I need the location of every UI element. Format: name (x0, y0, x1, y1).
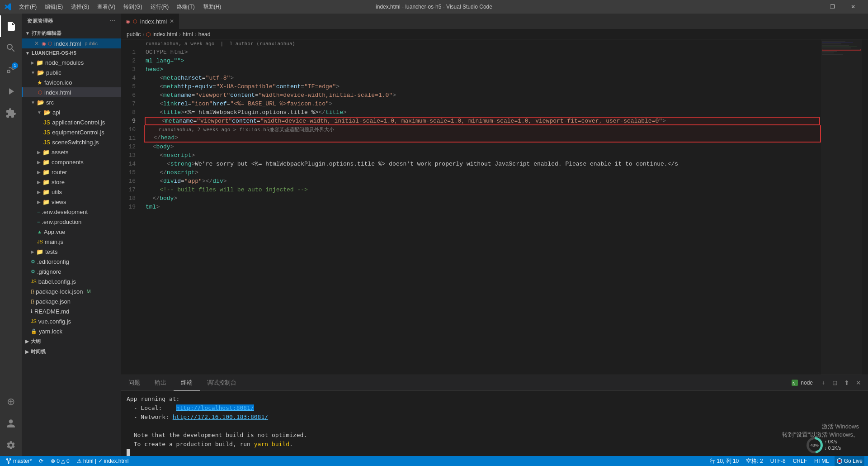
code-line-3[interactable]: head> (144, 65, 821, 74)
folder-tests[interactable]: ▶ 📁 tests (22, 247, 121, 257)
localhost-link[interactable]: http://localhost:8081/ (176, 404, 254, 411)
code-line-19[interactable] (144, 211, 821, 220)
folder-store[interactable]: ▶ 📁 store (22, 177, 121, 187)
file-vueconfig[interactable]: JS vue.config.js (22, 316, 121, 326)
git-branch-status[interactable]: master* (4, 456, 33, 466)
minimize-button[interactable]: — (801, 0, 822, 14)
menu-view[interactable]: 查看(V) (94, 1, 119, 13)
code-line-11[interactable]: <body> (144, 143, 821, 151)
close-button[interactable]: ✕ (843, 0, 863, 14)
breadcrumb-html[interactable]: html (183, 31, 193, 38)
folder-public[interactable]: ▼ 📂 public (22, 67, 121, 77)
file-favicon[interactable]: ★ favicon.ico (22, 77, 121, 87)
sync-status[interactable]: ⟳ (37, 456, 45, 466)
settings-activity-icon[interactable] (0, 434, 22, 456)
code-line-18[interactable]: tml> (144, 203, 821, 211)
code-line-10[interactable]: </head> (144, 134, 821, 143)
close-panel-button[interactable]: ✕ (854, 378, 863, 388)
menu-run[interactable]: 运行(R) (147, 1, 173, 13)
run-activity-icon[interactable] (0, 81, 22, 102)
folder-components[interactable]: ▶ 📁 components (22, 157, 121, 167)
account-activity-icon[interactable] (0, 413, 22, 434)
folder-src[interactable]: ▼ 📂 src (22, 97, 121, 107)
go-live-status[interactable]: Go Live (835, 456, 864, 466)
folder-views[interactable]: ▶ 📁 views (22, 197, 121, 207)
menu-edit[interactable]: 编辑(E) (41, 1, 66, 13)
extensions-activity-icon[interactable] (0, 102, 22, 124)
code-line-13[interactable]: <strong>We're sorry but <%= htmlWebpackP… (144, 160, 821, 168)
file-sceneswitching[interactable]: JS sceneSwitching.js (22, 137, 121, 147)
folder-api[interactable]: ▼ 📂 api (22, 107, 121, 117)
tab-problems[interactable]: 问题 (121, 375, 147, 391)
code-line-14[interactable]: </noscript> (144, 168, 821, 177)
menu-select[interactable]: 选择(S) (67, 1, 93, 13)
terminal-content[interactable]: App running at: - Local: http://localhos… (121, 391, 868, 456)
language-status[interactable]: HTML (812, 456, 831, 466)
code-line-8[interactable]: <title><%= htmlWebpackPlugin.options.tit… (144, 108, 821, 117)
file-editorconfig[interactable]: ⚙ .editorconfig (22, 257, 121, 266)
scrollbar[interactable] (862, 39, 868, 375)
file-env-prod[interactable]: ≡ .env.production (22, 217, 121, 227)
folder-utils[interactable]: ▶ 📁 utils (22, 187, 121, 197)
tab-indexhtml[interactable]: ◉ ⬡ index.html ✕ (121, 14, 179, 29)
file-yarnlock[interactable]: 🔒 yarn.lock (22, 326, 121, 336)
tab-debug-console[interactable]: 调试控制台 (200, 375, 244, 391)
code-line-6[interactable]: <meta name="viewport" content="width=dev… (144, 91, 821, 100)
maximize-panel-button[interactable]: ⬆ (842, 378, 852, 388)
menu-help[interactable]: 帮助(H) (199, 1, 225, 13)
code-line-9[interactable]: <meta name="viewport" content="width=dev… (145, 117, 820, 125)
source-control-activity-icon[interactable]: 1 (0, 59, 22, 81)
tab-close-button[interactable]: ✕ (170, 18, 174, 24)
network-link[interactable]: http://172.16.100.183:8081/ (173, 414, 268, 420)
file-env-dev[interactable]: ≡ .env.development (22, 207, 121, 217)
remote-activity-icon[interactable]: ⊕ (0, 391, 22, 413)
code-line-1[interactable]: OCTYPE html> (144, 48, 821, 57)
folder-assets[interactable]: ▶ 📁 assets (22, 147, 121, 157)
file-packagejson[interactable]: {} package.json (22, 296, 121, 306)
breadcrumb-indexhtml[interactable]: index.html (152, 31, 177, 38)
file-appcontrol[interactable]: JS applicationControl.js (22, 117, 121, 127)
encoding-status[interactable]: UTF-8 (769, 456, 788, 466)
indent-status[interactable]: 空格: 2 (744, 456, 764, 466)
file-appvue[interactable]: ▲ App.vue (22, 227, 121, 237)
tab-output[interactable]: 输出 (147, 375, 174, 391)
code-line-2[interactable]: ml lang=""> (144, 57, 821, 65)
split-terminal-button[interactable]: ⊟ (830, 378, 840, 388)
maximize-button[interactable]: ❐ (822, 0, 843, 14)
code-line-7[interactable]: <link rel="icon" href="<%= BASE_URL %>fa… (144, 100, 821, 108)
sidebar-header-actions[interactable]: ··· (110, 17, 116, 24)
add-terminal-button[interactable]: + (818, 378, 828, 388)
line-ending-status[interactable]: CRLF (791, 456, 809, 466)
tab-terminal[interactable]: 终端 (174, 375, 200, 391)
code-line-15[interactable]: <div id="app"></div> (144, 177, 821, 185)
search-activity-icon[interactable] (0, 37, 22, 59)
explorer-activity-icon[interactable] (0, 15, 22, 37)
file-readme[interactable]: ℹ README.md (22, 306, 121, 316)
menu-file[interactable]: 文件(F) (15, 1, 40, 13)
code-line-16[interactable]: <!-- built files will be auto injected -… (144, 185, 821, 194)
open-editor-indexhtml[interactable]: ✕ ◉ ⬡ index.html public (22, 38, 121, 48)
timeline-section[interactable]: ▶ 时间线 (22, 347, 121, 357)
file-packagelockjson[interactable]: {} package-lock.json M (22, 286, 121, 296)
breadcrumb-public[interactable]: public (127, 31, 141, 38)
folder-node-modules[interactable]: ▶ 📁 node_modules (22, 57, 121, 67)
folder-router[interactable]: ▶ 📁 router (22, 167, 121, 177)
code-editor[interactable]: 1 2 3 4 5 6 7 8 9 10 11 12 13 14 (121, 39, 821, 375)
code-lines[interactable]: ruanxiaohua, a week ago | 1 author (ruan… (144, 39, 821, 375)
file-indexhtml[interactable]: ⬡ index.html (22, 87, 121, 97)
code-line-17[interactable]: </body> (144, 194, 821, 203)
open-editors-section[interactable]: ▼ 打开的编辑器 (22, 28, 121, 38)
project-section[interactable]: ▼ LUANCHER-OS-H5 (22, 48, 121, 57)
menu-goto[interactable]: 转到(G) (120, 1, 146, 13)
errors-status[interactable]: ⊗ 0 △ 0 (49, 456, 71, 466)
close-editor-icon[interactable]: ✕ (34, 40, 39, 47)
breadcrumb-head[interactable]: head (198, 31, 211, 38)
code-line-5[interactable]: <meta http-equiv="X-UA-Compatible" conte… (144, 82, 821, 91)
html-check-status[interactable]: ⚠ html | ✓ index.html (75, 456, 131, 466)
file-babelconfig[interactable]: JS babel.config.js (22, 276, 121, 286)
code-line-4[interactable]: <meta charset="utf-8"> (144, 74, 821, 82)
menu-terminal[interactable]: 终端(T) (173, 1, 198, 13)
cursor-position-status[interactable]: 行 10, 列 10 (708, 456, 741, 466)
file-gitignore[interactable]: ⚙ .gitignore (22, 266, 121, 276)
outline-section[interactable]: ▶ 大纲 (22, 336, 121, 347)
